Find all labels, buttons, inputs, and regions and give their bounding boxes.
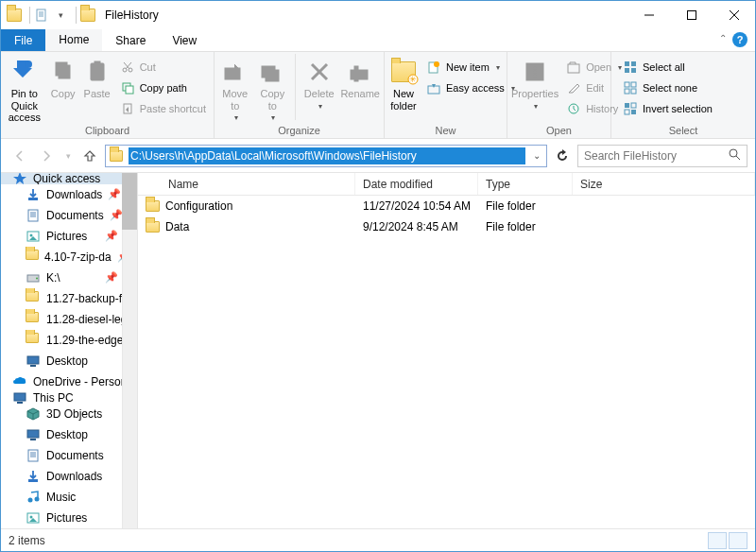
- tab-file[interactable]: File: [1, 29, 45, 51]
- svg-rect-26: [354, 66, 358, 81]
- col-name[interactable]: Name: [138, 173, 355, 195]
- delete-button[interactable]: Delete▾: [301, 54, 336, 111]
- svg-rect-61: [27, 356, 39, 364]
- refresh-button[interactable]: [551, 145, 574, 167]
- cut-button[interactable]: Cut: [116, 57, 210, 78]
- desktop-icon: [26, 354, 41, 369]
- copy-path-icon: [120, 80, 135, 95]
- back-button[interactable]: [9, 145, 31, 167]
- nav-qa-item[interactable]: 11.27-backup-fil: [1, 288, 137, 309]
- nav-qa-item[interactable]: 11.29-the-edge-: [1, 330, 137, 351]
- nav-qa-item[interactable]: Documents📌: [1, 205, 137, 226]
- tab-home[interactable]: Home: [45, 29, 102, 51]
- nav-onedrive[interactable]: OneDrive - Person: [1, 376, 137, 388]
- svg-rect-12: [94, 61, 100, 65]
- col-type[interactable]: Type: [478, 173, 573, 195]
- paste-shortcut-button[interactable]: Paste shortcut: [116, 98, 210, 119]
- file-list-area: Name Date modified Type Size Configurati…: [138, 173, 755, 528]
- properties-button[interactable]: Properties▾: [511, 54, 558, 111]
- ribbon: Pin to Quick access Copy Paste Cut Copy …: [1, 52, 755, 139]
- col-date[interactable]: Date modified: [355, 173, 478, 195]
- new-item-button[interactable]: New item▾: [422, 57, 519, 78]
- collapse-ribbon-icon[interactable]: ⌃: [719, 33, 727, 43]
- nav-this-pc[interactable]: This PC: [1, 392, 137, 404]
- nav-qa-item[interactable]: Downloads📌: [1, 184, 137, 205]
- nav-qa-item[interactable]: Pictures📌: [1, 226, 137, 247]
- nav-qa-item[interactable]: K:\📌: [1, 267, 137, 288]
- select-none-icon: [623, 80, 638, 95]
- nav-qa-item[interactable]: Desktop: [1, 351, 137, 371]
- new-item-icon: [426, 60, 441, 75]
- view-details-icon[interactable]: [708, 532, 727, 549]
- address-bar[interactable]: C:\Users\h\AppData\Local\Microsoft\Windo…: [105, 145, 547, 167]
- table-row[interactable]: Configuration11/27/2024 10:54 AMFile fol…: [138, 196, 755, 216]
- paste-shortcut-icon: [120, 101, 135, 116]
- maximize-button[interactable]: [670, 2, 713, 29]
- edit-icon: [566, 80, 581, 95]
- tab-share[interactable]: Share: [102, 29, 159, 51]
- paste-button[interactable]: Paste: [82, 54, 112, 100]
- nav-pc-item[interactable]: Desktop: [1, 424, 137, 445]
- svg-rect-36: [568, 64, 579, 73]
- help-icon[interactable]: ?: [732, 32, 747, 47]
- select-all-button[interactable]: Select all: [619, 57, 716, 78]
- minimize-button[interactable]: [627, 2, 670, 29]
- address-dropdown-icon[interactable]: ⌄: [529, 150, 544, 161]
- select-group-label: Select: [615, 125, 751, 138]
- pin-icon: 📌: [108, 188, 121, 200]
- svg-line-51: [736, 156, 740, 160]
- nav-pc-item[interactable]: 3D Objects: [1, 404, 137, 424]
- easy-access-button[interactable]: Easy access▾: [422, 78, 519, 98]
- organize-group-label: Organize: [218, 125, 380, 138]
- scissors-icon: [120, 60, 135, 75]
- open-group-label: Open: [511, 125, 607, 138]
- new-folder-button[interactable]: ✳ New folder: [388, 54, 419, 112]
- nav-pc-item[interactable]: Documents: [1, 445, 137, 466]
- move-to-button[interactable]: Move to▾: [218, 54, 252, 122]
- nav-scrollbar[interactable]: [122, 173, 137, 528]
- copy-to-button[interactable]: Copy to▾: [256, 54, 290, 122]
- pin-quick-access-button[interactable]: Pin to Quick access: [5, 54, 44, 124]
- open-icon: [566, 60, 581, 75]
- clipboard-group-label: Clipboard: [5, 125, 210, 138]
- col-size[interactable]: Size: [573, 173, 755, 195]
- search-input[interactable]: Search FileHistory: [577, 145, 747, 167]
- copy-path-button[interactable]: Copy path: [116, 78, 210, 98]
- title-divider-2: [76, 7, 77, 24]
- close-button[interactable]: [713, 2, 755, 29]
- svg-point-73: [35, 496, 40, 501]
- table-row[interactable]: Data9/12/2024 8:45 AMFile folder: [138, 216, 755, 237]
- invert-selection-button[interactable]: Invert selection: [619, 98, 716, 119]
- up-button[interactable]: [78, 145, 101, 167]
- search-icon: [729, 148, 741, 164]
- rename-button[interactable]: Rename: [340, 54, 380, 100]
- copy-button[interactable]: Copy: [48, 54, 78, 100]
- svg-rect-48: [625, 110, 629, 114]
- view-large-icons-icon[interactable]: [729, 532, 747, 549]
- folder-icon: [26, 333, 41, 348]
- svg-rect-46: [625, 103, 629, 108]
- select-none-button[interactable]: Select none: [619, 78, 716, 98]
- svg-point-75: [30, 515, 33, 518]
- tab-view[interactable]: View: [159, 29, 210, 51]
- history-icon: [566, 101, 581, 116]
- folder-icon: [26, 250, 39, 265]
- svg-rect-63: [14, 393, 26, 401]
- view-mode-icons[interactable]: [708, 532, 747, 549]
- forward-button[interactable]: [35, 145, 58, 167]
- title-chevron-icon[interactable]: ▾: [53, 8, 68, 23]
- nav-quick-access[interactable]: Quick access: [1, 173, 137, 184]
- nav-pc-item[interactable]: Music: [1, 487, 137, 508]
- nav-pc-item[interactable]: Pictures: [1, 508, 137, 528]
- address-path[interactable]: C:\Users\h\AppData\Local\Microsoft\Windo…: [129, 147, 525, 164]
- svg-rect-38: [625, 61, 629, 66]
- svg-rect-40: [625, 68, 629, 73]
- nav-pc-item[interactable]: Downloads: [1, 466, 137, 487]
- recent-dropdown[interactable]: ▾: [61, 145, 75, 167]
- svg-rect-41: [631, 68, 636, 73]
- folder-icon: [146, 221, 160, 233]
- pin-icon: 📌: [105, 271, 118, 284]
- nav-qa-item[interactable]: 11.28-diesel-lega: [1, 309, 137, 330]
- svg-point-58: [30, 233, 33, 236]
- nav-qa-item[interactable]: 4.10-7-zip-da📌: [1, 247, 137, 267]
